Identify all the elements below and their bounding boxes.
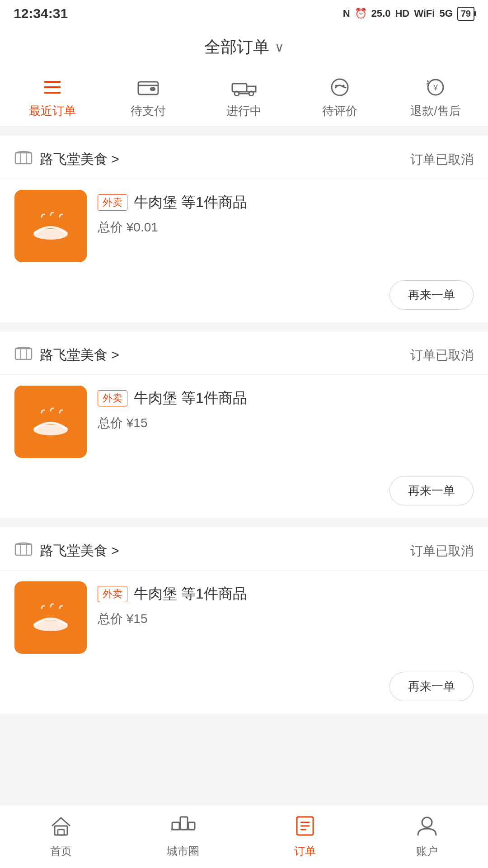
tab-in-progress-label: 进行中	[226, 103, 262, 119]
food-title-1: 外卖 牛肉堡 等1件商品	[98, 193, 474, 212]
svg-rect-16	[15, 153, 32, 164]
svg-rect-5	[150, 87, 155, 91]
reorder-btn-2[interactable]: 再来一单	[389, 476, 474, 505]
svg-text:¥: ¥	[433, 83, 438, 92]
order-header-1: 路飞堂美食 > 订单已取消	[0, 136, 488, 179]
nav-city[interactable]: 城市圈	[122, 805, 244, 868]
svg-rect-20	[15, 349, 32, 359]
food-price-1: 总价 ¥0.01	[98, 219, 474, 236]
order-body-2: 外卖 牛肉堡 等1件商品 总价 ¥15	[0, 375, 488, 469]
shop-name-3: 路飞堂美食 >	[40, 542, 119, 560]
tab-recent-label: 最近订单	[29, 103, 76, 119]
home-icon	[49, 815, 73, 840]
delivery-icon	[231, 78, 257, 99]
svg-rect-7	[232, 84, 247, 92]
page-title: 全部订单	[204, 36, 269, 58]
svg-point-38	[422, 817, 432, 827]
svg-rect-32	[188, 822, 195, 830]
tab-in-progress[interactable]: 进行中	[196, 69, 292, 126]
svg-rect-31	[180, 817, 188, 830]
order-tab-bar: 最近订单 待支付 进行中	[0, 69, 488, 127]
food-image-2	[14, 386, 87, 458]
order-footer-1: 再来一单	[0, 273, 488, 322]
order-card-1: 路飞堂美食 > 订单已取消 外卖 牛肉堡 等1件商品	[0, 136, 488, 322]
food-price-2: 总价 ¥15	[98, 415, 474, 432]
shop-info-2[interactable]: 路飞堂美食 >	[14, 345, 119, 365]
signal-icon: 5G	[439, 8, 452, 19]
tab-pending-review-label: 待评价	[322, 103, 357, 119]
nav-orders-label: 订单	[294, 844, 316, 859]
food-name-2: 牛肉堡 等1件商品	[134, 388, 247, 408]
wifi-icon: WiFi	[414, 8, 435, 19]
status-time: 12:34:31	[14, 6, 68, 21]
shop-name-2: 路飞堂美食 >	[40, 346, 119, 364]
shop-info-1[interactable]: 路飞堂美食 >	[14, 149, 119, 170]
svg-rect-30	[172, 822, 179, 830]
order-body-3: 外卖 牛肉堡 等1件商品 总价 ¥15	[0, 571, 488, 665]
separator-bottom	[0, 714, 488, 732]
separator-top	[0, 127, 488, 136]
nav-account[interactable]: 账户	[366, 805, 488, 868]
food-info-3: 外卖 牛肉堡 等1件商品 总价 ¥15	[98, 581, 474, 627]
order-body-1: 外卖 牛肉堡 等1件商品 总价 ¥0.01	[0, 179, 488, 273]
wallet-icon	[137, 78, 159, 99]
svg-point-23	[33, 425, 68, 435]
page-content: 路飞堂美食 > 订单已取消 外卖 牛肉堡 等1件商品	[0, 127, 488, 804]
shop-icon-3	[14, 541, 33, 561]
tab-pending-pay-label: 待支付	[131, 103, 166, 119]
food-info-2: 外卖 牛肉堡 等1件商品 总价 ¥15	[98, 386, 474, 432]
food-name-3: 牛肉堡 等1件商品	[134, 584, 247, 604]
shop-icon-1	[14, 149, 33, 170]
tag-waimai-2: 外卖	[98, 390, 127, 406]
order-status-2: 订单已取消	[410, 347, 474, 364]
shop-name-1: 路飞堂美食 >	[40, 150, 119, 169]
food-title-3: 外卖 牛肉堡 等1件商品	[98, 584, 474, 604]
status-bar: 12:34:31 N ⏰ 25.0 HD WiFi 5G 79	[0, 0, 488, 27]
order-footer-3: 再来一单	[0, 665, 488, 714]
tab-pending-pay[interactable]: 待支付	[100, 69, 196, 126]
network-icon: 25.0	[371, 8, 391, 19]
food-image-3	[14, 581, 87, 654]
food-title-2: 外卖 牛肉堡 等1件商品	[98, 388, 474, 408]
nav-city-label: 城市圈	[167, 844, 199, 859]
tab-refund-label: 退款/售后	[410, 103, 460, 119]
order-footer-2: 再来一单	[0, 469, 488, 518]
bottom-nav: 首页 城市圈 订单	[0, 805, 488, 868]
tag-waimai-3: 外卖	[98, 586, 127, 602]
review-icon	[329, 78, 351, 99]
svg-rect-28	[55, 826, 67, 835]
food-image-1	[14, 190, 87, 262]
city-icon	[170, 815, 196, 840]
svg-point-19	[33, 229, 68, 240]
nav-home[interactable]: 首页	[0, 805, 122, 868]
nav-account-label: 账户	[416, 844, 438, 859]
alarm-icon: ⏰	[355, 8, 367, 19]
order-status-3: 订单已取消	[410, 542, 474, 560]
shop-info-3[interactable]: 路飞堂美食 >	[14, 541, 119, 561]
order-header-2: 路飞堂美食 > 订单已取消	[0, 331, 488, 375]
list-icon	[42, 78, 62, 99]
nav-home-label: 首页	[50, 844, 72, 859]
battery-icon: 79	[457, 7, 474, 21]
nav-orders[interactable]: 订单	[244, 805, 366, 868]
svg-point-27	[33, 620, 68, 631]
tab-recent-orders[interactable]: 最近订单	[5, 69, 100, 126]
svg-point-13	[343, 85, 345, 87]
food-name-1: 牛肉堡 等1件商品	[134, 193, 247, 212]
svg-rect-24	[15, 544, 32, 555]
reorder-btn-1[interactable]: 再来一单	[389, 280, 474, 310]
reorder-btn-3[interactable]: 再来一单	[389, 672, 474, 701]
orders-icon	[293, 815, 317, 840]
svg-point-9	[249, 91, 253, 96]
separator-3	[0, 518, 488, 527]
food-info-1: 外卖 牛肉堡 等1件商品 总价 ¥0.01	[98, 190, 474, 236]
separator-2	[0, 322, 488, 331]
order-header-3: 路飞堂美食 > 订单已取消	[0, 527, 488, 571]
tab-pending-review[interactable]: 待评价	[292, 69, 388, 126]
dropdown-arrow-icon[interactable]: ∨	[275, 40, 284, 55]
tag-waimai-1: 外卖	[98, 194, 127, 211]
tab-refund[interactable]: ¥ 退款/售后	[388, 69, 483, 126]
nfc-icon: N	[343, 8, 350, 19]
food-price-3: 总价 ¥15	[98, 610, 474, 627]
svg-rect-29	[58, 830, 64, 835]
